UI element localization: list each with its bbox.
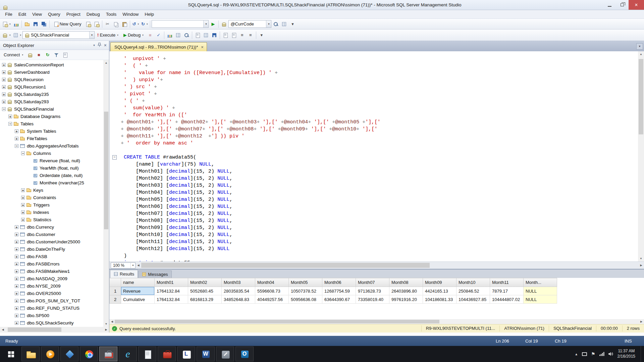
scroll-down-icon[interactable]: ▼ [103, 321, 109, 327]
expand-icon[interactable]: + [15, 129, 18, 133]
tree-item-dbo-sqlshacksecurity[interactable]: +dbo.SQLShackSecurity [0, 319, 103, 326]
grid-cell[interactable]: 7879.17 [490, 287, 524, 295]
scrollbar-thumb[interactable] [141, 263, 430, 268]
ssms-taskbar-icon[interactable] [99, 347, 117, 361]
grid-cell[interactable]: 5596608.73 [255, 287, 289, 295]
action-center-flag-icon[interactable]: ⚑ [591, 351, 595, 357]
menu-edit[interactable]: Edit [15, 11, 29, 18]
expand-icon[interactable]: + [15, 269, 18, 273]
tree-item-sqlsaturday235[interactable]: +SQLSaturday235 [0, 90, 103, 98]
window-position-icon[interactable]: ▾ [93, 44, 95, 47]
manage-icon[interactable] [280, 20, 288, 28]
grid-col-name[interactable]: name [121, 278, 155, 287]
expand-icon[interactable]: + [2, 70, 6, 74]
ie-icon[interactable]: e [119, 347, 137, 361]
tree-item-tables[interactable]: −Tables [0, 120, 103, 127]
menu-debug[interactable]: Debug [84, 11, 103, 18]
grid-col-month08[interactable]: Month08 [389, 278, 423, 287]
tree-item-dbo-dateonthefly[interactable]: +dbo.DateOnTheFly [0, 245, 103, 253]
uncomment-icon[interactable] [230, 31, 238, 39]
grid-cell[interactable]: 26403896.80 [389, 287, 423, 295]
results-to-file-icon[interactable] [210, 31, 218, 39]
grid-cell[interactable]: 12687754.59 [322, 287, 356, 295]
hidden-icons-button[interactable]: ▲ [575, 352, 578, 356]
parse-icon[interactable]: ✓ [155, 31, 163, 39]
new-connection-icon[interactable]: ▾ [1, 20, 12, 28]
grid-cell[interactable]: NULL [524, 287, 557, 295]
tree-item-dbo-fasbmakenew1[interactable]: +dbo.FASBMakeNew1 [0, 267, 103, 275]
collapse-icon[interactable]: − [15, 144, 18, 148]
results-to-grid-icon[interactable] [202, 31, 210, 39]
expand-icon[interactable]: + [2, 93, 6, 96]
grid-col-month01[interactable]: Month01 [155, 278, 188, 287]
debug-button[interactable]: ▶Debug▾ [121, 31, 146, 39]
estimated-plan-icon[interactable] [166, 31, 174, 39]
tree-item-dbo-sp500[interactable]: +dbo.SP500 [0, 312, 103, 319]
expand-icon[interactable]: + [15, 225, 18, 229]
tree-item-database-diagrams[interactable]: +Database Diagrams [0, 113, 103, 120]
object-explorer-tree[interactable]: +SalesCommissionReport+ServerDashboard+S… [0, 60, 103, 327]
save-icon[interactable] [32, 20, 40, 28]
results-horizontal-scrollbar[interactable]: ◀ ▶ [109, 319, 644, 324]
grid-col-month07[interactable]: Month07 [356, 278, 389, 287]
scroll-up-icon[interactable]: ▲ [103, 60, 109, 66]
outlook-icon[interactable]: O [235, 347, 254, 361]
paste-icon[interactable] [120, 20, 128, 28]
toolbar-options-icon[interactable]: ▾ [288, 20, 297, 28]
minimize-button[interactable] [603, 0, 616, 10]
tree-item-sqlrecursion1[interactable]: +SQLRecursion1 [0, 83, 103, 90]
activity-monitor-icon[interactable] [12, 20, 20, 28]
tree-item-sqlshackfinancial[interactable]: −SQLShackFinancial [0, 105, 103, 113]
scroll-right-icon[interactable]: ▶ [103, 327, 109, 333]
scroll-down-icon[interactable]: ▼ [638, 256, 644, 261]
grid-col-month02[interactable]: Month02 [188, 278, 222, 287]
tree-item-dbo-fasb[interactable]: +dbo.FASB [0, 253, 103, 260]
expand-icon[interactable]: + [2, 78, 6, 81]
tree-item-dbo-over25000[interactable]: +dbo.OVER25000 [0, 290, 103, 297]
scroll-left-icon[interactable]: ◀ [136, 262, 141, 269]
grid-cell[interactable]: 104186081.33 [423, 295, 457, 304]
expand-icon[interactable]: + [15, 262, 18, 266]
expand-icon[interactable]: + [15, 277, 18, 281]
tree-item-triggers[interactable]: +Triggers [0, 201, 103, 208]
pin-icon[interactable] [98, 43, 101, 48]
comment-icon[interactable] [221, 31, 229, 39]
cancel-query-icon[interactable]: ■ [146, 31, 154, 39]
expand-icon[interactable]: + [15, 255, 18, 258]
notepad-icon[interactable] [138, 347, 156, 361]
tree-item-dbo-ref-fund-status[interactable]: +dbo.REF_FUND_STATUS [0, 304, 103, 312]
stop-icon[interactable]: ■ [35, 51, 43, 59]
tree-item-orderdate-date-null[interactable]: Orderdate (date, null) [0, 172, 103, 179]
menu-window[interactable]: Window [119, 11, 142, 18]
object-explorer-horizontal-scrollbar[interactable]: ◀ ▶ [0, 327, 109, 333]
tab-close-icon[interactable]: × [201, 45, 204, 50]
scroll-right-icon[interactable]: ▶ [639, 319, 644, 324]
tree-item-serverdashboard[interactable]: +ServerDashboard [0, 68, 103, 76]
expand-icon[interactable]: + [21, 196, 25, 199]
scrollbar-thumb[interactable] [104, 112, 108, 229]
start-button[interactable] [1, 347, 20, 361]
document-tab[interactable]: SQLQuery4.sql - R9...TRION\ssimon (71))*… [110, 42, 207, 51]
sql-editor[interactable]: ' unpivot ' + ' ( ' + ' value for name i… [109, 51, 638, 261]
expand-icon[interactable]: + [21, 188, 25, 192]
grid-cell[interactable]: 50956636.08 [289, 295, 322, 304]
grid-col-month04[interactable]: Month04 [255, 278, 289, 287]
tree-item-dbo-fasberrors[interactable]: +dbo.FASBErrors [0, 260, 103, 267]
navigate-icon[interactable]: ▶ [209, 20, 217, 28]
change-type-icon[interactable]: ▾ [12, 31, 22, 39]
tree-item-dbo-pos-sum-dly-tot[interactable]: +dbo.POS_SUM_DLY_TOT [0, 297, 103, 304]
refresh-icon[interactable]: ↻ [44, 51, 52, 59]
grid-col-month10[interactable]: Month10 [457, 278, 490, 287]
tree-item-indexes[interactable]: +Indexes [0, 208, 103, 216]
scripts-icon[interactable] [61, 51, 69, 59]
expand-icon[interactable]: + [15, 284, 18, 288]
collapse-region-icon[interactable]: − [112, 155, 117, 160]
menu-view[interactable]: View [29, 11, 45, 18]
collapse-icon[interactable]: − [8, 122, 12, 126]
config-tool-icon[interactable] [216, 347, 234, 361]
blue-app-icon[interactable] [60, 347, 78, 361]
expand-icon[interactable]: + [15, 292, 18, 295]
tree-item-revenue-float-null[interactable]: Revenue (float, null) [0, 157, 103, 164]
grid-cell[interactable]: 73358019.40 [356, 295, 389, 304]
indent-icon[interactable]: ≡ [238, 31, 246, 39]
